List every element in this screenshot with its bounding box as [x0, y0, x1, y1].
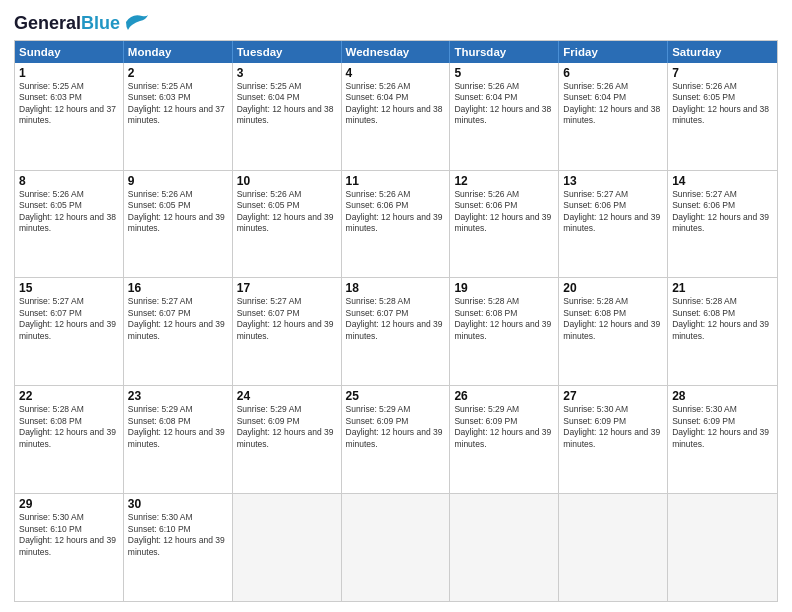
calendar-header: SundayMondayTuesdayWednesdayThursdayFrid… [15, 41, 777, 63]
day-number: 23 [128, 389, 228, 403]
weekday-header: Wednesday [342, 41, 451, 63]
calendar-row: 22Sunrise: 5:28 AM Sunset: 6:08 PM Dayli… [15, 385, 777, 493]
weekday-header: Sunday [15, 41, 124, 63]
day-number: 7 [672, 66, 773, 80]
day-cell: 22Sunrise: 5:28 AM Sunset: 6:08 PM Dayli… [15, 386, 124, 493]
day-number: 27 [563, 389, 663, 403]
day-number: 21 [672, 281, 773, 295]
day-info: Sunrise: 5:26 AM Sunset: 6:05 PM Dayligh… [237, 189, 337, 235]
logo-text: GeneralBlue [14, 14, 120, 34]
day-cell: 1Sunrise: 5:25 AM Sunset: 6:03 PM Daylig… [15, 63, 124, 170]
calendar-row: 1Sunrise: 5:25 AM Sunset: 6:03 PM Daylig… [15, 63, 777, 170]
day-info: Sunrise: 5:30 AM Sunset: 6:09 PM Dayligh… [672, 404, 773, 450]
day-cell: 7Sunrise: 5:26 AM Sunset: 6:05 PM Daylig… [668, 63, 777, 170]
day-info: Sunrise: 5:30 AM Sunset: 6:10 PM Dayligh… [19, 512, 119, 558]
empty-cell [342, 494, 451, 601]
empty-cell [450, 494, 559, 601]
day-cell: 4Sunrise: 5:26 AM Sunset: 6:04 PM Daylig… [342, 63, 451, 170]
day-cell: 16Sunrise: 5:27 AM Sunset: 6:07 PM Dayli… [124, 278, 233, 385]
day-number: 15 [19, 281, 119, 295]
day-number: 3 [237, 66, 337, 80]
day-number: 9 [128, 174, 228, 188]
day-info: Sunrise: 5:26 AM Sunset: 6:05 PM Dayligh… [128, 189, 228, 235]
day-number: 18 [346, 281, 446, 295]
day-info: Sunrise: 5:25 AM Sunset: 6:03 PM Dayligh… [19, 81, 119, 127]
calendar: SundayMondayTuesdayWednesdayThursdayFrid… [14, 40, 778, 602]
day-number: 17 [237, 281, 337, 295]
day-cell: 20Sunrise: 5:28 AM Sunset: 6:08 PM Dayli… [559, 278, 668, 385]
day-number: 26 [454, 389, 554, 403]
day-info: Sunrise: 5:25 AM Sunset: 6:04 PM Dayligh… [237, 81, 337, 127]
day-info: Sunrise: 5:26 AM Sunset: 6:04 PM Dayligh… [563, 81, 663, 127]
day-cell: 13Sunrise: 5:27 AM Sunset: 6:06 PM Dayli… [559, 171, 668, 278]
day-info: Sunrise: 5:26 AM Sunset: 6:06 PM Dayligh… [454, 189, 554, 235]
day-cell: 10Sunrise: 5:26 AM Sunset: 6:05 PM Dayli… [233, 171, 342, 278]
day-info: Sunrise: 5:26 AM Sunset: 6:06 PM Dayligh… [346, 189, 446, 235]
day-info: Sunrise: 5:28 AM Sunset: 6:08 PM Dayligh… [19, 404, 119, 450]
day-info: Sunrise: 5:28 AM Sunset: 6:08 PM Dayligh… [454, 296, 554, 342]
weekday-header: Monday [124, 41, 233, 63]
day-info: Sunrise: 5:27 AM Sunset: 6:06 PM Dayligh… [672, 189, 773, 235]
day-number: 2 [128, 66, 228, 80]
day-cell: 23Sunrise: 5:29 AM Sunset: 6:08 PM Dayli… [124, 386, 233, 493]
page: GeneralBlue SundayMondayTuesdayWednesday… [0, 0, 792, 612]
weekday-header: Tuesday [233, 41, 342, 63]
day-info: Sunrise: 5:29 AM Sunset: 6:09 PM Dayligh… [346, 404, 446, 450]
day-cell: 12Sunrise: 5:26 AM Sunset: 6:06 PM Dayli… [450, 171, 559, 278]
day-info: Sunrise: 5:30 AM Sunset: 6:09 PM Dayligh… [563, 404, 663, 450]
day-cell: 2Sunrise: 5:25 AM Sunset: 6:03 PM Daylig… [124, 63, 233, 170]
day-number: 29 [19, 497, 119, 511]
day-info: Sunrise: 5:29 AM Sunset: 6:08 PM Dayligh… [128, 404, 228, 450]
day-cell: 8Sunrise: 5:26 AM Sunset: 6:05 PM Daylig… [15, 171, 124, 278]
day-number: 4 [346, 66, 446, 80]
day-info: Sunrise: 5:29 AM Sunset: 6:09 PM Dayligh… [237, 404, 337, 450]
day-info: Sunrise: 5:28 AM Sunset: 6:08 PM Dayligh… [672, 296, 773, 342]
day-info: Sunrise: 5:27 AM Sunset: 6:07 PM Dayligh… [128, 296, 228, 342]
weekday-header: Friday [559, 41, 668, 63]
day-number: 13 [563, 174, 663, 188]
day-info: Sunrise: 5:26 AM Sunset: 6:04 PM Dayligh… [454, 81, 554, 127]
day-cell: 9Sunrise: 5:26 AM Sunset: 6:05 PM Daylig… [124, 171, 233, 278]
day-info: Sunrise: 5:27 AM Sunset: 6:07 PM Dayligh… [237, 296, 337, 342]
day-number: 30 [128, 497, 228, 511]
day-info: Sunrise: 5:26 AM Sunset: 6:05 PM Dayligh… [672, 81, 773, 127]
day-number: 20 [563, 281, 663, 295]
day-cell: 14Sunrise: 5:27 AM Sunset: 6:06 PM Dayli… [668, 171, 777, 278]
day-number: 19 [454, 281, 554, 295]
header: GeneralBlue [14, 10, 778, 34]
day-cell: 24Sunrise: 5:29 AM Sunset: 6:09 PM Dayli… [233, 386, 342, 493]
calendar-row: 29Sunrise: 5:30 AM Sunset: 6:10 PM Dayli… [15, 493, 777, 601]
day-info: Sunrise: 5:29 AM Sunset: 6:09 PM Dayligh… [454, 404, 554, 450]
day-number: 16 [128, 281, 228, 295]
calendar-row: 15Sunrise: 5:27 AM Sunset: 6:07 PM Dayli… [15, 277, 777, 385]
day-number: 11 [346, 174, 446, 188]
day-info: Sunrise: 5:27 AM Sunset: 6:07 PM Dayligh… [19, 296, 119, 342]
day-cell: 5Sunrise: 5:26 AM Sunset: 6:04 PM Daylig… [450, 63, 559, 170]
day-number: 24 [237, 389, 337, 403]
day-number: 6 [563, 66, 663, 80]
day-number: 25 [346, 389, 446, 403]
logo: GeneralBlue [14, 14, 150, 34]
day-number: 28 [672, 389, 773, 403]
day-cell: 11Sunrise: 5:26 AM Sunset: 6:06 PM Dayli… [342, 171, 451, 278]
day-cell: 15Sunrise: 5:27 AM Sunset: 6:07 PM Dayli… [15, 278, 124, 385]
day-cell: 27Sunrise: 5:30 AM Sunset: 6:09 PM Dayli… [559, 386, 668, 493]
day-info: Sunrise: 5:28 AM Sunset: 6:08 PM Dayligh… [563, 296, 663, 342]
day-info: Sunrise: 5:25 AM Sunset: 6:03 PM Dayligh… [128, 81, 228, 127]
day-cell: 25Sunrise: 5:29 AM Sunset: 6:09 PM Dayli… [342, 386, 451, 493]
day-number: 14 [672, 174, 773, 188]
day-cell: 30Sunrise: 5:30 AM Sunset: 6:10 PM Dayli… [124, 494, 233, 601]
day-number: 1 [19, 66, 119, 80]
day-number: 22 [19, 389, 119, 403]
day-cell: 17Sunrise: 5:27 AM Sunset: 6:07 PM Dayli… [233, 278, 342, 385]
day-info: Sunrise: 5:26 AM Sunset: 6:04 PM Dayligh… [346, 81, 446, 127]
calendar-row: 8Sunrise: 5:26 AM Sunset: 6:05 PM Daylig… [15, 170, 777, 278]
day-info: Sunrise: 5:28 AM Sunset: 6:07 PM Dayligh… [346, 296, 446, 342]
day-cell: 18Sunrise: 5:28 AM Sunset: 6:07 PM Dayli… [342, 278, 451, 385]
day-cell: 3Sunrise: 5:25 AM Sunset: 6:04 PM Daylig… [233, 63, 342, 170]
logo-bird-icon [122, 11, 150, 33]
weekday-header: Thursday [450, 41, 559, 63]
empty-cell [668, 494, 777, 601]
day-info: Sunrise: 5:30 AM Sunset: 6:10 PM Dayligh… [128, 512, 228, 558]
day-cell: 28Sunrise: 5:30 AM Sunset: 6:09 PM Dayli… [668, 386, 777, 493]
